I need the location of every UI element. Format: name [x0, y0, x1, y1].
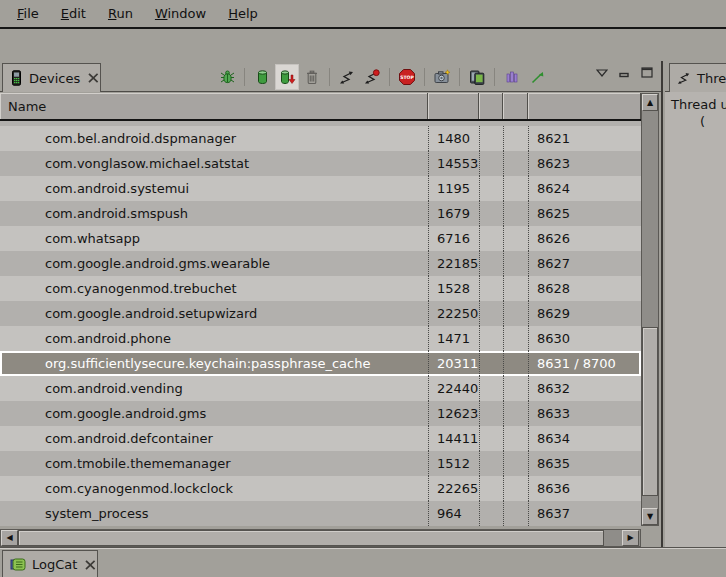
process-port: 8632 — [528, 376, 641, 401]
process-row[interactable]: com.android.vending 22440 8632 — [0, 376, 641, 401]
tab-devices-label: Devices — [29, 71, 80, 86]
view-menu-icon[interactable] — [596, 69, 608, 77]
process-blank2 — [503, 176, 528, 201]
process-name: com.google.android.setupwizard — [0, 301, 428, 326]
devices-view: Devices — [0, 61, 661, 547]
process-row[interactable]: com.cyanogenmod.lockclock 22265 8636 — [0, 476, 641, 501]
process-port: 8633 — [528, 401, 641, 426]
menu-help[interactable]: Help — [217, 2, 269, 25]
tab-logcat-label: LogCat — [32, 557, 77, 572]
menubar: File Edit Run Window Help — [0, 0, 726, 29]
process-blank2 — [503, 301, 528, 326]
process-pid: 12623 — [428, 401, 479, 426]
dump-hprof-icon[interactable] — [276, 65, 298, 89]
tab-devices[interactable]: Devices — [2, 63, 101, 92]
process-name: com.android.phone — [0, 326, 428, 351]
process-row[interactable]: com.android.systemui 1195 8624 — [0, 176, 641, 201]
logcat-area: LogCat — [0, 547, 726, 577]
process-row[interactable]: com.bel.android.dspmanager 1480 8621 — [0, 126, 641, 151]
start-method-profiling-icon[interactable] — [361, 65, 383, 89]
process-pid: 14411 — [428, 426, 479, 451]
column-header-pid[interactable] — [428, 93, 479, 119]
toolbar-separator — [494, 68, 495, 86]
scroll-right-icon[interactable]: ▶ — [622, 530, 639, 546]
process-name: com.android.vending — [0, 376, 428, 401]
vertical-scrollbar[interactable]: ▲ ▼ — [641, 93, 659, 526]
logcat-icon — [10, 557, 26, 572]
process-row[interactable]: system_process 964 8637 — [0, 501, 641, 526]
process-row[interactable]: com.google.android.gms 12623 8633 — [0, 401, 641, 426]
tab-logcat[interactable]: LogCat — [2, 550, 98, 577]
process-row[interactable]: com.whatsapp 6716 8626 — [0, 226, 641, 251]
process-blank1 — [479, 401, 503, 426]
toolbar-separator — [329, 68, 330, 86]
process-row[interactable]: com.android.smspush 1679 8625 — [0, 201, 641, 226]
process-row[interactable]: com.cyanogenmod.trebuchet 1528 8628 — [0, 276, 641, 301]
tab-threads[interactable]: Threa — [669, 63, 726, 92]
process-pid: 1195 — [428, 176, 479, 201]
update-heap-icon[interactable] — [251, 65, 273, 89]
horizontal-scrollbar[interactable]: ◀ ▶ — [0, 529, 641, 547]
process-name: com.google.android.gms — [0, 401, 428, 426]
maximize-icon[interactable] — [641, 67, 653, 78]
process-blank1 — [479, 251, 503, 276]
process-row[interactable]: org.sufficientlysecure.keychain:passphra… — [0, 351, 641, 376]
menu-file[interactable]: File — [6, 2, 50, 25]
screen-record-device-icon[interactable] — [466, 65, 488, 89]
hierarchy-view-icon[interactable] — [501, 65, 523, 89]
threads-message: Thread up ( — [665, 92, 726, 547]
screen-capture-icon[interactable] — [431, 65, 453, 89]
start-profiling-icon[interactable] — [526, 65, 548, 89]
process-blank2 — [503, 351, 528, 376]
process-list: com.bel.android.dspmanager 1480 8621 com… — [0, 121, 641, 526]
column-header-port[interactable] — [528, 93, 641, 119]
panel-divider[interactable] — [661, 61, 663, 547]
process-row[interactable]: com.tmobile.thememanager 1512 8635 — [0, 451, 641, 476]
update-threads-icon[interactable] — [336, 65, 358, 89]
process-pid: 20311 — [428, 351, 479, 376]
column-header-blank2[interactable] — [503, 93, 528, 119]
process-blank2 — [503, 276, 528, 301]
close-icon[interactable] — [88, 73, 99, 83]
scroll-down-icon[interactable]: ▼ — [642, 508, 658, 525]
process-port: 8630 — [528, 326, 641, 351]
process-blank2 — [503, 476, 528, 501]
process-blank2 — [503, 126, 528, 151]
process-blank1 — [479, 176, 503, 201]
menu-edit[interactable]: Edit — [50, 2, 97, 25]
threads-message-line1: Thread up — [671, 96, 726, 113]
cause-gc-icon[interactable] — [301, 65, 323, 89]
process-blank2 — [503, 451, 528, 476]
process-blank1 — [479, 451, 503, 476]
horizontal-scroll-thumb[interactable] — [18, 530, 604, 546]
menu-run[interactable]: Run — [97, 2, 144, 25]
process-blank2 — [503, 251, 528, 276]
process-name: com.android.smspush — [0, 201, 428, 226]
process-row[interactable]: com.android.phone 1471 8630 — [0, 326, 641, 351]
process-name: org.sufficientlysecure.keychain:passphra… — [0, 351, 428, 376]
process-name: com.whatsapp — [0, 226, 428, 251]
vertical-scroll-thumb[interactable] — [642, 327, 658, 496]
process-name: com.vonglasow.michael.satstat — [0, 151, 428, 176]
process-row[interactable]: com.google.android.setupwizard 22250 862… — [0, 301, 641, 326]
scroll-up-icon[interactable]: ▲ — [642, 94, 658, 111]
process-row[interactable]: com.vonglasow.michael.satstat 14553 8623 — [0, 151, 641, 176]
debug-attach-icon[interactable] — [216, 65, 238, 89]
scroll-left-icon[interactable]: ◀ — [1, 530, 18, 546]
process-row[interactable]: com.google.android.gms.wearable 22185 86… — [0, 251, 641, 276]
process-port: 8625 — [528, 201, 641, 226]
minimize-icon[interactable] — [619, 68, 630, 78]
process-name: system_process — [0, 501, 428, 526]
column-header-name[interactable]: Name — [0, 93, 428, 119]
process-name: com.tmobile.thememanager — [0, 451, 428, 476]
threads-view: Threa Thread up ( — [665, 61, 726, 547]
process-row[interactable]: com.android.defcontainer 14411 8634 — [0, 426, 641, 451]
stop-process-icon[interactable]: STOP — [396, 65, 418, 89]
threads-message-line2: ( — [671, 113, 726, 130]
process-pid: 22185 — [428, 251, 479, 276]
process-name: com.google.android.gms.wearable — [0, 251, 428, 276]
process-pid: 1471 — [428, 326, 479, 351]
menu-window[interactable]: Window — [144, 2, 217, 25]
column-header-blank1[interactable] — [479, 93, 503, 119]
close-icon[interactable] — [85, 560, 96, 570]
